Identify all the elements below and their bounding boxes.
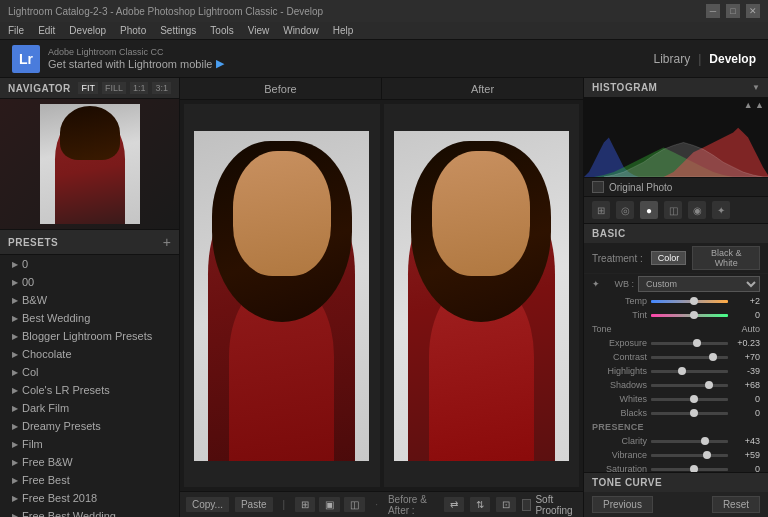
swap-button[interactable]: ⊡ <box>496 497 516 512</box>
list-item[interactable]: ▶Blogger Lightroom Presets <box>0 327 179 345</box>
histogram-area: ▲ ▲ <box>584 98 768 178</box>
blacks-thumb[interactable] <box>690 409 698 417</box>
eyedropper-icon[interactable]: ✦ <box>592 279 600 289</box>
radial-filter-tool[interactable]: ◉ <box>688 201 706 219</box>
previous-button[interactable]: Previous <box>592 496 653 513</box>
list-item[interactable]: ▶00 <box>0 273 179 291</box>
soft-proof-label: Soft Proofing <box>535 494 577 516</box>
saturation-thumb[interactable] <box>690 465 698 472</box>
develop-module[interactable]: Develop <box>709 52 756 66</box>
clarity-track[interactable] <box>651 440 728 443</box>
nav-fit[interactable]: FIT <box>78 82 98 94</box>
menu-develop[interactable]: Develop <box>67 25 108 36</box>
shadows-track[interactable] <box>651 384 728 387</box>
exposure-thumb[interactable] <box>693 339 701 347</box>
list-item[interactable]: ▶B&W <box>0 291 179 309</box>
flip-h-button[interactable]: ⇄ <box>444 497 464 512</box>
list-item[interactable]: ▶0 <box>0 255 179 273</box>
menu-settings[interactable]: Settings <box>158 25 198 36</box>
temp-track[interactable] <box>651 300 728 303</box>
close-button[interactable]: ✕ <box>746 4 760 18</box>
saturation-track[interactable] <box>651 468 728 471</box>
list-item[interactable]: ▶Free Best <box>0 471 179 489</box>
menu-help[interactable]: Help <box>331 25 356 36</box>
list-item[interactable]: ▶Dark Film <box>0 399 179 417</box>
list-item[interactable]: ▶Free Best Wedding <box>0 507 179 517</box>
maximize-button[interactable]: □ <box>726 4 740 18</box>
original-photo-checkbox[interactable] <box>592 181 604 193</box>
wb-row: ✦ WB : Custom Auto Daylight <box>584 274 768 294</box>
library-module[interactable]: Library <box>654 52 691 66</box>
list-item[interactable]: ▶Free B&W <box>0 453 179 471</box>
arrow-icon[interactable]: ▶ <box>216 57 224 70</box>
before-after-labels: Before After <box>180 78 583 100</box>
exposure-label: Exposure <box>592 338 647 348</box>
bw-treatment-btn[interactable]: Black & White <box>692 246 760 270</box>
menu-file[interactable]: File <box>6 25 26 36</box>
wb-select[interactable]: Custom Auto Daylight <box>638 276 760 292</box>
exposure-track[interactable] <box>651 342 728 345</box>
contrast-track[interactable] <box>651 356 728 359</box>
adjustment-brush-tool[interactable]: ✦ <box>712 201 730 219</box>
tint-thumb[interactable] <box>690 311 698 319</box>
presets-list[interactable]: ▶0 ▶00 ▶B&W ▶Best Wedding ▶Blogger Light… <box>0 255 179 517</box>
auto-button[interactable]: Auto <box>741 324 760 334</box>
treatment-row: Treatment : Color Black & White <box>584 243 768 274</box>
menu-window[interactable]: Window <box>281 25 321 36</box>
spot-removal-tool[interactable]: ◎ <box>616 201 634 219</box>
color-treatment-btn[interactable]: Color <box>651 251 687 265</box>
vibrance-slider-row: Vibrance +59 <box>584 448 768 462</box>
flip-v-button[interactable]: ⇅ <box>470 497 490 512</box>
graduated-filter-tool[interactable]: ◫ <box>664 201 682 219</box>
nav-3to1[interactable]: 3:1 <box>152 82 171 94</box>
original-photo-row: Original Photo <box>584 178 768 197</box>
saturation-label: Saturation <box>592 464 647 472</box>
highlights-track[interactable] <box>651 370 728 373</box>
menu-photo[interactable]: Photo <box>118 25 148 36</box>
histogram-chevron[interactable]: ▼ <box>752 83 760 92</box>
add-preset-button[interactable]: + <box>163 234 171 250</box>
blacks-track[interactable] <box>651 412 728 415</box>
list-item[interactable]: ▶Free Best 2018 <box>0 489 179 507</box>
list-item[interactable]: ▶Cole's LR Presets <box>0 381 179 399</box>
vibrance-track[interactable] <box>651 454 728 457</box>
soft-proof-checkbox[interactable] <box>522 499 531 511</box>
paste-button[interactable]: Paste <box>235 497 273 512</box>
menu-tools[interactable]: Tools <box>208 25 235 36</box>
nav-fill[interactable]: FILL <box>102 82 126 94</box>
highlights-thumb[interactable] <box>678 367 686 375</box>
list-item[interactable]: ▶Col <box>0 363 179 381</box>
copy-button[interactable]: Copy... <box>186 497 229 512</box>
whites-thumb[interactable] <box>690 395 698 403</box>
tone-label-row: Tone Auto <box>584 322 768 336</box>
temp-thumb[interactable] <box>690 297 698 305</box>
vibrance-thumb[interactable] <box>703 451 711 459</box>
view-side-btn[interactable]: ▣ <box>319 497 340 512</box>
whites-track[interactable] <box>651 398 728 401</box>
basic-section-header[interactable]: Basic <box>584 224 768 243</box>
minimize-button[interactable]: ─ <box>706 4 720 18</box>
toolbar-sep-1: | <box>283 499 286 510</box>
left-panel: Navigator FIT FILL 1:1 3:1 <box>0 78 180 517</box>
red-eye-tool[interactable]: ● <box>640 201 658 219</box>
nav-1to1[interactable]: 1:1 <box>130 82 149 94</box>
list-item[interactable]: ▶Film <box>0 435 179 453</box>
clarity-thumb[interactable] <box>701 437 709 445</box>
view-grid-btn[interactable]: ⊞ <box>295 497 315 512</box>
saturation-slider-row: Saturation 0 <box>584 462 768 472</box>
reset-button[interactable]: Reset <box>712 496 760 513</box>
shadows-thumb[interactable] <box>705 381 713 389</box>
menu-edit[interactable]: Edit <box>36 25 57 36</box>
crop-tool[interactable]: ⊞ <box>592 201 610 219</box>
contrast-thumb[interactable] <box>709 353 717 361</box>
blacks-label: Blacks <box>592 408 647 418</box>
navigator-thumbnail <box>0 99 179 229</box>
right-panel-scroll[interactable]: Basic Treatment : Color Black & White ✦ … <box>584 224 768 472</box>
list-item[interactable]: ▶Chocolate <box>0 345 179 363</box>
tint-track[interactable] <box>651 314 728 317</box>
list-item[interactable]: ▶Dreamy Presets <box>0 417 179 435</box>
top-bar: Lr Adobe Lightroom Classic CC Get starte… <box>0 40 768 78</box>
list-item[interactable]: ▶Best Wedding <box>0 309 179 327</box>
menu-view[interactable]: View <box>246 25 272 36</box>
view-split-btn[interactable]: ◫ <box>344 497 365 512</box>
